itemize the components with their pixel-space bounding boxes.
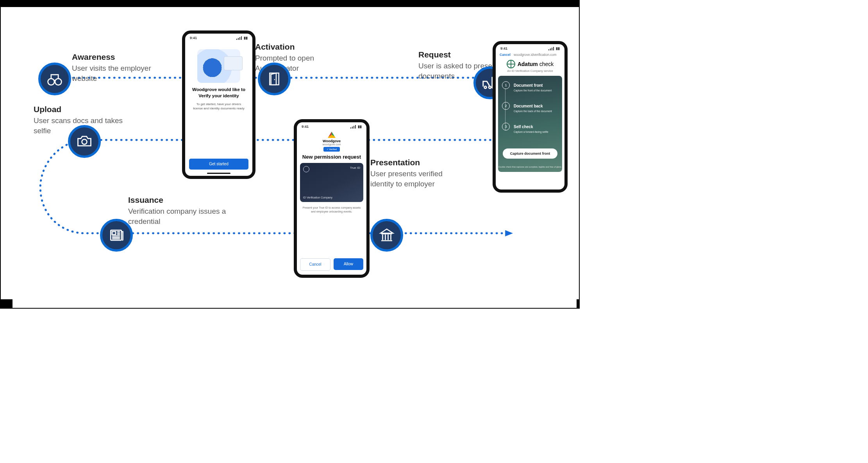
svg-point-2: [55, 79, 62, 85]
door-icon: [266, 71, 282, 87]
status-time: 9:41: [190, 36, 197, 40]
globe-icon: [303, 166, 309, 172]
brand-name: Woodgove: [297, 139, 366, 143]
binoculars-icon: [46, 70, 63, 88]
diagram-frame: Awareness User visits the employer websi…: [0, 0, 580, 309]
step-issuance: Issuance Verification company issues a c…: [128, 195, 230, 227]
upload-node: [68, 125, 101, 158]
phone-statusbar: 9:41 ▮▮: [496, 44, 564, 51]
brand-name: Adatum: [518, 61, 538, 67]
capture-button[interactable]: Capture document front: [503, 148, 557, 159]
window-titlebar: [1, 1, 579, 7]
institution-icon: [379, 227, 395, 243]
camera-icon: [76, 133, 93, 150]
phone-statusbar: 9:41 ▮▮: [185, 34, 252, 41]
phone-request: 9:41 ▮▮ Cancel woodgrove.idverification.…: [493, 41, 568, 193]
svg-point-5: [484, 86, 487, 89]
phone-presentation: 9:41 ▮▮ Woodgove woodgove.com ✓ Verified…: [294, 119, 370, 278]
phone1-body: To get started, have your drivers licens…: [191, 102, 246, 111]
step-title: Activation: [255, 41, 345, 52]
step-title: Presentation: [370, 157, 460, 168]
verified-badge: ✓ Verified: [323, 147, 340, 152]
home-indicator: [207, 173, 230, 174]
step-desc: Verification company issues a credential: [128, 207, 226, 225]
capture-panel: 1Document frontCapture the front of the …: [498, 76, 562, 172]
card-title: True ID: [350, 166, 360, 170]
svg-marker-0: [505, 230, 513, 236]
get-started-button[interactable]: Get started: [189, 159, 248, 170]
status-indicators-icon: ▮▮: [548, 46, 560, 50]
step-awareness: Awareness User visits the employer websi…: [72, 52, 154, 84]
svg-point-4: [274, 79, 275, 80]
fineprint: Double check that captures are complete,…: [498, 166, 562, 168]
svg-rect-11: [112, 232, 116, 234]
svg-point-9: [82, 139, 87, 145]
phone-awareness: 9:41 ▮▮ Woodgrove would like to Verify y…: [182, 30, 255, 179]
allow-button[interactable]: Allow: [334, 258, 363, 270]
browser-bar: Cancel woodgrove.idverification.com: [496, 51, 564, 58]
permission-heading: New permission request: [300, 154, 363, 160]
card-issuer: ID Verification Company: [303, 196, 332, 199]
phone-statusbar: 9:41 ▮▮: [297, 122, 366, 129]
adatum-logo: Adatum check: [496, 60, 564, 68]
permission-body: Present your True ID to access company a…: [302, 206, 362, 214]
brand-subtitle: An ID Verification Company service: [496, 69, 564, 73]
cancel-link[interactable]: Cancel: [500, 53, 511, 57]
status-indicators-icon: ▮▮: [236, 36, 248, 40]
status-indicators-icon: ▮▮: [350, 125, 362, 129]
onboarding-illustration: [197, 49, 240, 83]
step-title: Request: [418, 49, 504, 60]
corner-handle: [577, 299, 579, 308]
corner-handle: [1, 299, 13, 308]
credential-card: True ID ID Verification Company: [300, 163, 363, 202]
capture-step: 3Self checkCapture a forward-facing self…: [502, 123, 558, 133]
status-time: 9:41: [302, 125, 309, 129]
url-text: woodgrove.idverification.com: [514, 53, 557, 57]
brand-domain: woodgove.com: [297, 143, 366, 146]
status-time: 9:41: [500, 46, 507, 50]
step-desc: User visits the employer website: [72, 64, 151, 82]
svg-point-1: [48, 79, 54, 85]
capture-step: 1Document frontCapture the front of the …: [502, 81, 558, 92]
step-presentation: Presentation User presents verified iden…: [370, 157, 460, 189]
newspaper-icon: [108, 227, 125, 244]
brand-suffix: check: [539, 61, 554, 67]
globe-icon: [507, 60, 515, 68]
activation-node: [258, 63, 291, 95]
capture-step: 2Document backCapture the back of the do…: [502, 102, 558, 113]
step-title: Upload: [34, 104, 123, 115]
step-title: Issuance: [128, 195, 230, 206]
phone1-heading: Woodgrove would like to Verify your iden…: [192, 87, 245, 99]
awareness-node: [38, 63, 71, 95]
svg-point-6: [489, 86, 491, 89]
step-desc: User presents verified identity to emplo…: [370, 170, 443, 188]
step-title: Awareness: [72, 52, 154, 63]
cancel-button[interactable]: Cancel: [300, 258, 330, 271]
woodgove-logo-icon: [328, 132, 336, 138]
issuance-node: [100, 219, 133, 252]
presentation-node: [370, 219, 403, 252]
